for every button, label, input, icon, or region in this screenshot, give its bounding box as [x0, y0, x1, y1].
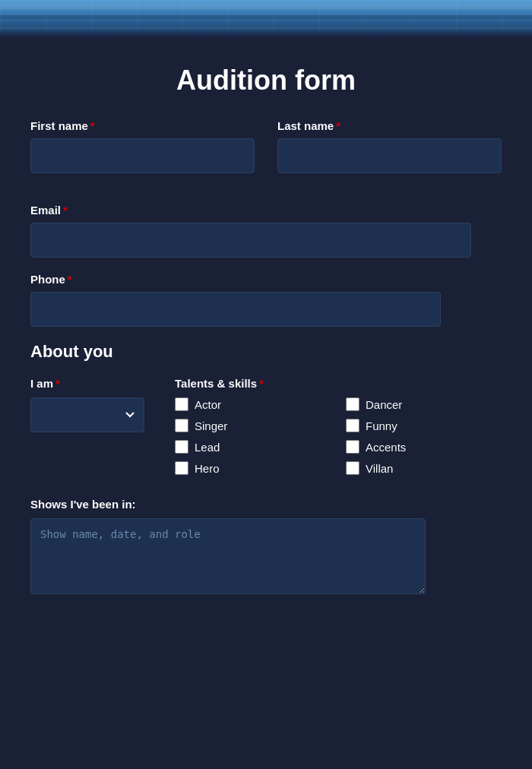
email-input[interactable]: [30, 223, 471, 258]
checkbox-accents-input[interactable]: [346, 440, 359, 454]
shows-textarea[interactable]: [30, 518, 426, 594]
shows-label: Shows I've been in:: [30, 498, 502, 511]
first-name-label: First name*: [30, 119, 255, 132]
checkbox-hero[interactable]: Hero: [175, 461, 331, 475]
checkbox-actor[interactable]: Actor: [175, 397, 331, 411]
checkbox-funny-input[interactable]: [346, 419, 359, 432]
checkbox-accents[interactable]: Accents: [346, 440, 502, 454]
about-section-title: About you: [30, 342, 502, 362]
checkbox-lead[interactable]: Lead: [175, 440, 331, 454]
first-name-input[interactable]: [30, 138, 255, 173]
last-name-label: Last name*: [277, 119, 502, 132]
checkbox-dancer[interactable]: Dancer: [346, 397, 502, 411]
checkbox-lead-label: Lead: [195, 441, 220, 454]
talents-required: *: [259, 377, 264, 390]
header-banner: [0, 0, 532, 42]
checkbox-villan-label: Villan: [366, 462, 393, 475]
first-name-required: *: [90, 119, 95, 132]
email-label: Email*: [30, 204, 502, 217]
talents-section: Talents & skills* Actor Dancer Singer: [175, 377, 502, 475]
checkbox-actor-input[interactable]: [175, 397, 188, 411]
name-row: First name* Last name*: [30, 119, 502, 188]
phone-label: Phone*: [30, 273, 502, 286]
first-name-group: First name*: [30, 119, 255, 173]
checkbox-funny-label: Funny: [366, 419, 397, 432]
phone-group: Phone*: [30, 273, 502, 327]
email-group: Email*: [30, 204, 502, 258]
about-section: About you I am* Actor Actress Other Tale…: [30, 342, 502, 597]
checkbox-funny[interactable]: Funny: [346, 419, 502, 432]
checkbox-singer-label: Singer: [195, 419, 227, 432]
checkbox-dancer-input[interactable]: [346, 397, 359, 411]
checkbox-lead-input[interactable]: [175, 440, 188, 454]
about-grid: I am* Actor Actress Other Talents & skil…: [30, 377, 502, 475]
i-am-section: I am* Actor Actress Other: [30, 377, 144, 475]
phone-required: *: [68, 273, 72, 286]
i-am-required: *: [55, 377, 60, 390]
checkbox-singer-input[interactable]: [175, 419, 188, 432]
i-am-select[interactable]: Actor Actress Other: [30, 397, 144, 432]
talents-checkbox-grid: Actor Dancer Singer Funny: [175, 397, 502, 475]
checkbox-villan-input[interactable]: [346, 461, 359, 475]
page-title: Audition form: [30, 57, 502, 97]
checkbox-singer[interactable]: Singer: [175, 419, 331, 432]
checkbox-accents-label: Accents: [366, 441, 406, 454]
shows-section: Shows I've been in:: [30, 498, 502, 597]
talents-label: Talents & skills*: [175, 377, 502, 390]
checkbox-villan[interactable]: Villan: [346, 461, 502, 475]
checkbox-hero-input[interactable]: [175, 461, 188, 475]
last-name-input[interactable]: [277, 138, 502, 173]
phone-input[interactable]: [30, 292, 441, 327]
form-container: Audition form First name* Last name* Ema…: [0, 42, 532, 628]
checkbox-dancer-label: Dancer: [366, 398, 402, 411]
i-am-label: I am*: [30, 377, 144, 390]
email-required: *: [63, 204, 68, 217]
last-name-required: *: [336, 119, 340, 132]
last-name-group: Last name*: [277, 119, 502, 173]
checkbox-actor-label: Actor: [195, 398, 221, 411]
checkbox-hero-label: Hero: [195, 462, 220, 475]
